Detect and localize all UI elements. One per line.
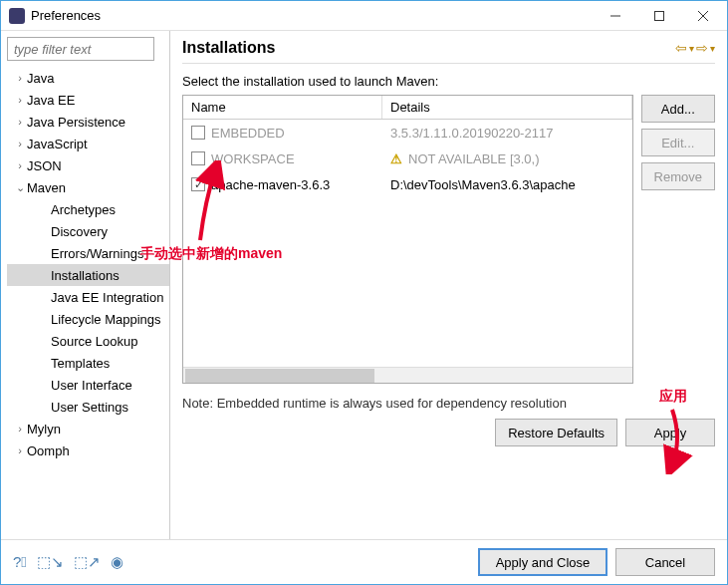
- window-title: Preferences: [31, 8, 594, 23]
- tree-item-label: Oomph: [27, 443, 70, 458]
- sidebar-item-javascript[interactable]: ›JavaScript: [7, 133, 169, 154]
- help-icon[interactable]: ?⃝: [13, 553, 27, 571]
- add-button[interactable]: Add...: [641, 95, 715, 123]
- row-checkbox[interactable]: [191, 177, 205, 191]
- tree-item-label: Lifecycle Mappings: [51, 312, 161, 327]
- row-name: apache-maven-3.6.3: [211, 177, 330, 192]
- expander-icon[interactable]: ⌄: [13, 181, 27, 194]
- row-details: NOT AVAILABLE [3.0,): [408, 151, 540, 166]
- app-icon: [9, 8, 25, 24]
- sidebar-item-installations[interactable]: Installations: [7, 264, 169, 286]
- export-icon[interactable]: ⬚↗: [74, 553, 101, 571]
- apply-button[interactable]: Apply: [625, 419, 715, 446]
- tree-item-label: Java EE Integration: [51, 290, 163, 305]
- close-button[interactable]: [681, 2, 725, 30]
- tree-item-label: Installations: [51, 268, 120, 283]
- sidebar-item-java-persistence[interactable]: ›Java Persistence: [7, 111, 169, 133]
- filter-input[interactable]: [7, 37, 154, 61]
- row-details: D:\devTools\Maven3.6.3\apache: [390, 177, 576, 192]
- content-panel: Installations ⇦▾ ⇨▾ Select the installat…: [170, 31, 727, 539]
- edit-button[interactable]: Edit...: [641, 129, 715, 156]
- sidebar-item-java[interactable]: ›Java: [7, 67, 169, 89]
- warning-icon: ⚠: [390, 151, 402, 166]
- column-name[interactable]: Name: [183, 96, 382, 119]
- table-row[interactable]: apache-maven-3.6.3D:\devTools\Maven3.6.3…: [183, 171, 632, 197]
- dialog-footer: ?⃝ ⬚↘ ⬚↗ ◉ Apply and Close Cancel: [1, 539, 727, 584]
- window-titlebar: Preferences: [1, 1, 727, 31]
- row-checkbox[interactable]: [191, 126, 205, 140]
- table-row[interactable]: WORKSPACE⚠NOT AVAILABLE [3.0,): [183, 146, 632, 171]
- sidebar-item-source-lookup[interactable]: Source Lookup: [7, 330, 169, 352]
- horizontal-scrollbar[interactable]: [183, 367, 632, 383]
- expander-icon[interactable]: ›: [13, 94, 27, 106]
- apply-and-close-button[interactable]: Apply and Close: [478, 548, 607, 576]
- tree-item-label: Discovery: [51, 224, 108, 239]
- sidebar-item-discovery[interactable]: Discovery: [7, 220, 169, 242]
- preferences-sidebar: ›Java›Java EE›Java Persistence›JavaScrip…: [1, 31, 170, 539]
- sidebar-item-user-settings[interactable]: User Settings: [7, 396, 169, 418]
- expander-icon[interactable]: ›: [13, 159, 27, 171]
- subtitle: Select the installation used to launch M…: [182, 74, 715, 89]
- row-name: WORKSPACE: [211, 151, 295, 166]
- preferences-tree[interactable]: ›Java›Java EE›Java Persistence›JavaScrip…: [7, 67, 169, 533]
- tree-item-label: Java: [27, 71, 54, 86]
- sidebar-item-maven[interactable]: ⌄Maven: [7, 176, 169, 198]
- tree-item-label: JavaScript: [27, 137, 88, 151]
- page-title: Installations: [182, 39, 675, 57]
- expander-icon[interactable]: ›: [13, 72, 27, 84]
- tree-item-label: Templates: [51, 356, 110, 371]
- back-icon[interactable]: ⇦: [675, 40, 687, 56]
- sidebar-item-user-interface[interactable]: User Interface: [7, 374, 169, 396]
- tree-item-label: User Interface: [51, 378, 132, 393]
- expander-icon[interactable]: ›: [13, 138, 27, 149]
- column-details[interactable]: Details: [382, 96, 632, 119]
- tree-item-label: Java Persistence: [27, 115, 125, 130]
- sidebar-item-lifecycle-mappings[interactable]: Lifecycle Mappings: [7, 308, 169, 330]
- nav-arrows[interactable]: ⇦▾ ⇨▾: [675, 40, 715, 56]
- record-icon[interactable]: ◉: [111, 553, 123, 571]
- sidebar-item-java-ee-integration[interactable]: Java EE Integration: [7, 286, 169, 308]
- minimize-button[interactable]: [594, 2, 637, 30]
- svg-rect-1: [655, 11, 664, 20]
- table-row[interactable]: EMBEDDED3.5.3/1.11.0.20190220-2117: [183, 120, 632, 146]
- expander-icon[interactable]: ›: [13, 116, 27, 128]
- tree-item-label: JSON: [27, 158, 62, 173]
- sidebar-item-archetypes[interactable]: Archetypes: [7, 198, 169, 220]
- tree-item-label: Mylyn: [27, 422, 61, 437]
- tree-item-label: User Settings: [51, 400, 128, 415]
- sidebar-item-json[interactable]: ›JSON: [7, 154, 169, 176]
- row-details: 3.5.3/1.11.0.20190220-2117: [390, 126, 553, 141]
- note-text: Note: Embedded runtime is always used fo…: [182, 396, 715, 411]
- restore-defaults-button[interactable]: Restore Defaults: [495, 419, 617, 446]
- remove-button[interactable]: Remove: [641, 162, 715, 190]
- tree-item-label: Errors/Warnings: [51, 246, 143, 261]
- forward-icon[interactable]: ⇨: [696, 40, 708, 56]
- tree-item-label: Source Lookup: [51, 334, 137, 349]
- sidebar-item-oomph[interactable]: ›Oomph: [7, 439, 169, 461]
- cancel-button[interactable]: Cancel: [615, 548, 715, 576]
- sidebar-item-errors-warnings[interactable]: Errors/Warnings: [7, 242, 169, 264]
- sidebar-item-templates[interactable]: Templates: [7, 352, 169, 374]
- tree-item-label: Java EE: [27, 93, 75, 108]
- tree-item-label: Maven: [27, 180, 66, 195]
- import-icon[interactable]: ⬚↘: [37, 553, 64, 571]
- row-name: EMBEDDED: [211, 126, 285, 141]
- expander-icon[interactable]: ›: [13, 423, 27, 435]
- sidebar-item-mylyn[interactable]: ›Mylyn: [7, 418, 169, 439]
- tree-item-label: Archetypes: [51, 202, 116, 217]
- row-checkbox[interactable]: [191, 151, 205, 165]
- expander-icon[interactable]: ›: [13, 444, 27, 456]
- installations-table: Name Details EMBEDDED3.5.3/1.11.0.201902…: [182, 95, 633, 384]
- maximize-button[interactable]: [637, 2, 681, 30]
- sidebar-item-java-ee[interactable]: ›Java EE: [7, 89, 169, 111]
